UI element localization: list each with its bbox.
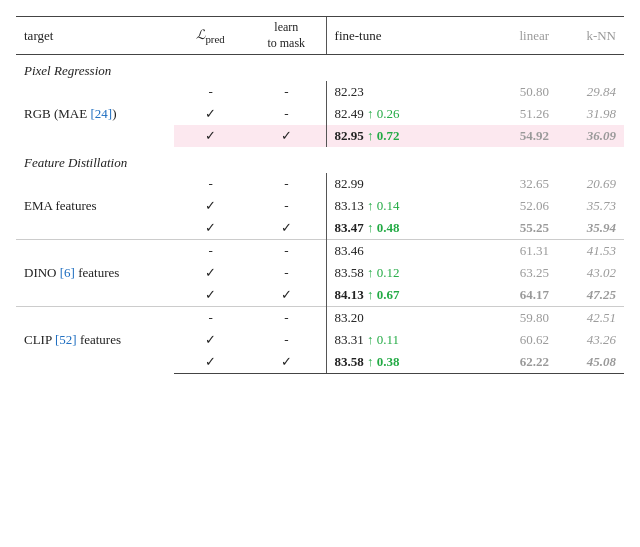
cell-finetune: 82.49 ↑ 0.26	[326, 103, 484, 125]
cell-target: RGB (MAE [24])	[16, 81, 174, 147]
cell-mask: -	[247, 103, 326, 125]
finetune-value: 83.20	[335, 310, 364, 325]
linear-value: 62.22	[520, 354, 549, 369]
finetune-value: 83.47	[335, 220, 364, 235]
knn-value: 43.26	[557, 329, 624, 351]
cell-finetune: 83.13 ↑ 0.14	[326, 195, 484, 217]
cell-linear: 62.22	[484, 351, 557, 374]
cell-finetune: 83.58 ↑ 0.38	[326, 351, 484, 374]
knn-value: 41.53	[557, 240, 624, 263]
cell-finetune: 83.20	[326, 307, 484, 330]
delta-value: 0.67	[377, 287, 400, 302]
linear-value: 60.62	[484, 329, 557, 351]
cell-knn: 36.09	[557, 125, 624, 147]
cell-linear: 64.17	[484, 284, 557, 307]
knn-value: 43.02	[557, 262, 624, 284]
knn-value: 45.08	[587, 354, 616, 369]
linear-value: 52.06	[484, 195, 557, 217]
linear-value: 32.65	[484, 173, 557, 195]
knn-value: 35.94	[587, 220, 616, 235]
cell-lpred: ✓	[174, 284, 247, 307]
header-lpred: ℒpred	[174, 17, 247, 55]
header-linear: linear	[484, 17, 557, 55]
linear-value: 55.25	[520, 220, 549, 235]
delta-value: 0.11	[377, 332, 399, 347]
cell-finetune: 83.46	[326, 240, 484, 263]
linear-value: 51.26	[484, 103, 557, 125]
cell-mask: -	[247, 195, 326, 217]
data-row: CLIP [52] features--83.2059.8042.51	[16, 307, 624, 330]
cell-lpred: ✓	[174, 262, 247, 284]
finetune-value: 84.13	[335, 287, 364, 302]
header-knn: k-NN	[557, 17, 624, 55]
header-finetune: fine-tune	[326, 17, 484, 55]
cell-linear: 54.92	[484, 125, 557, 147]
knn-value: 36.09	[587, 128, 616, 143]
cell-knn: 47.25	[557, 284, 624, 307]
linear-value: 64.17	[520, 287, 549, 302]
cell-lpred: -	[174, 240, 247, 263]
section-header-0: Pixel Regression	[16, 55, 624, 82]
cell-knn: 35.94	[557, 217, 624, 240]
lpred-sub: pred	[205, 32, 224, 44]
header-target: target	[16, 17, 174, 55]
data-row: RGB (MAE [24])--82.2350.8029.84	[16, 81, 624, 103]
knn-value: 20.69	[557, 173, 624, 195]
data-row: DINO [6] features--83.4661.3141.53	[16, 240, 624, 263]
finetune-value: 82.49	[335, 106, 364, 121]
delta-value: 0.48	[377, 220, 400, 235]
delta-value: 0.26	[377, 106, 400, 121]
cell-knn: 45.08	[557, 351, 624, 374]
cell-target: EMA features	[16, 173, 174, 240]
cell-mask: -	[247, 262, 326, 284]
finetune-value: 83.46	[335, 243, 364, 258]
cell-mask: ✓	[247, 217, 326, 240]
section-header-1: Feature Distillation	[16, 147, 624, 173]
cell-finetune: 83.31 ↑ 0.11	[326, 329, 484, 351]
delta-arrow: ↑	[367, 332, 374, 347]
knn-value: 47.25	[587, 287, 616, 302]
cell-target: DINO [6] features	[16, 240, 174, 307]
cell-finetune: 82.95 ↑ 0.72	[326, 125, 484, 147]
knn-value: 42.51	[557, 307, 624, 330]
finetune-value: 82.95	[335, 128, 364, 143]
cell-linear: 55.25	[484, 217, 557, 240]
knn-value: 35.73	[557, 195, 624, 217]
finetune-value: 82.99	[335, 176, 364, 191]
finetune-value: 83.13	[335, 198, 364, 213]
cell-lpred: -	[174, 307, 247, 330]
header-mask: learnto mask	[247, 17, 326, 55]
finetune-value: 82.23	[335, 84, 364, 99]
results-table: target ℒpred learnto mask fine-tune line…	[16, 16, 624, 374]
cell-mask: -	[247, 173, 326, 195]
cell-finetune: 83.58 ↑ 0.12	[326, 262, 484, 284]
linear-value: 54.92	[520, 128, 549, 143]
cell-finetune: 82.99	[326, 173, 484, 195]
cell-lpred: ✓	[174, 103, 247, 125]
delta-arrow: ↑	[367, 198, 374, 213]
finetune-value: 83.58	[335, 265, 364, 280]
cell-lpred: ✓	[174, 125, 247, 147]
delta-arrow: ↑	[367, 265, 374, 280]
delta-value: 0.72	[377, 128, 400, 143]
linear-value: 50.80	[484, 81, 557, 103]
knn-value: 31.98	[557, 103, 624, 125]
delta-arrow: ↑	[367, 287, 374, 302]
finetune-value: 83.31	[335, 332, 364, 347]
cell-lpred: ✓	[174, 329, 247, 351]
cell-finetune: 82.23	[326, 81, 484, 103]
delta-value: 0.12	[377, 265, 400, 280]
cell-mask: ✓	[247, 351, 326, 374]
cell-mask: ✓	[247, 284, 326, 307]
linear-value: 61.31	[484, 240, 557, 263]
delta-arrow: ↑	[367, 354, 374, 369]
cell-lpred: ✓	[174, 217, 247, 240]
knn-value: 29.84	[557, 81, 624, 103]
delta-value: 0.14	[377, 198, 400, 213]
linear-value: 63.25	[484, 262, 557, 284]
cell-finetune: 83.47 ↑ 0.48	[326, 217, 484, 240]
delta-arrow: ↑	[367, 220, 374, 235]
cell-mask: -	[247, 240, 326, 263]
cell-mask: -	[247, 81, 326, 103]
delta-value: 0.38	[377, 354, 400, 369]
